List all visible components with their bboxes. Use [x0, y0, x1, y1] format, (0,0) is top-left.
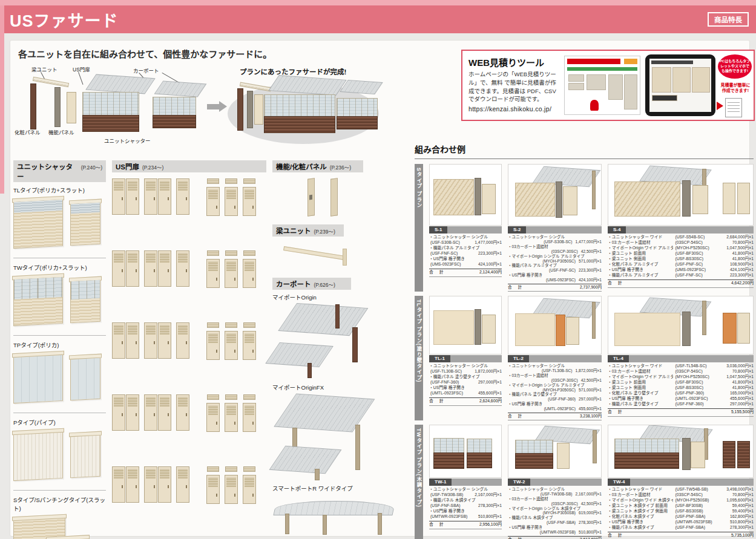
deco-panel-label: 化粧パネル [15, 128, 41, 136]
item-code: (USF-FNF-SC) [675, 273, 718, 278]
item-price: 3,498,000円×1 [721, 487, 754, 492]
post-art [315, 469, 319, 481]
item-code: (USF-TL54B-SC) [675, 364, 718, 369]
gate-door-art [243, 187, 256, 216]
price-item: 機能パネル 塗り壁タイプ(USF-FNF-360)297,000円×1 [508, 392, 602, 402]
gate-door-art [206, 403, 220, 432]
item-name: ユニットシャッター シングル [508, 235, 602, 240]
gate-group [206, 466, 256, 504]
shutter-section-header: ユニットシャッター (P.240〜) [13, 160, 106, 182]
func-panel-art [307, 178, 315, 217]
shutter-type-label: TLタイプ(ポリカ+スラット) [13, 186, 106, 194]
shutter-type-image [13, 195, 106, 255]
item-price: 510,800円×1 [579, 530, 602, 535]
gate-double-door [144, 466, 171, 503]
total-row: 合 計4,642,200円 [608, 279, 754, 286]
plan-panel-image [508, 425, 602, 478]
left-accent-strip [0, 5, 4, 194]
item-price: 297,000円×1 [721, 402, 754, 407]
price-item: 機能パネル 木調タイプ(USF-FNF-SBA)278,300円×1 [608, 525, 754, 531]
item-code-price: (UMS-0923FSC)424,100円×1 [429, 262, 502, 267]
item-name: マイポートOrigin ワイド アルミタイプ [608, 246, 673, 251]
beam-leg [343, 249, 347, 266]
gate-with-transom [225, 394, 238, 432]
price-item: ユニットシャッター シングル(USF-S30B-SC)1,477,000円×1 [508, 235, 602, 244]
item-name: マイポートOrigin ワイド 木調タイプ [608, 498, 673, 503]
item-name: 梁ユニット 前面用 [608, 380, 673, 385]
screenshot-block [608, 74, 623, 100]
price-item: US門扉 格子開き(UMS-0923FSC)424,100円×1 [508, 273, 602, 283]
item-price: 278,300円×1 [721, 525, 754, 531]
item-name: US門扉 格子開き [608, 396, 673, 402]
gate-double-door [112, 322, 139, 359]
deco-panel-art [237, 88, 243, 131]
total-label: 合 計 [508, 414, 524, 419]
func-panel-art [54, 87, 61, 127]
web-tool-url[interactable]: https://kenzai.shikoku.co.jp/ [468, 105, 551, 113]
item-code: (USF-BF30SC) [675, 251, 718, 256]
screenshot-nav-bar [567, 67, 637, 71]
item-code-price: (UMTL-0923FSC)455,600円×1 [429, 391, 502, 396]
facade-art-piece [515, 440, 553, 454]
gate-door-art [126, 466, 139, 503]
price-item: 機能パネル アルミタイプ(USF-FNF-SC)223,300円×1 [429, 246, 502, 256]
item-price: 2,684,000円×1 [721, 235, 754, 240]
gate-door-art [176, 178, 189, 215]
price-item: US門扉 格子開き(UMTL-0923FSC)455,600円×1 [429, 385, 502, 396]
web-tool-description: ホームページの「WEB見積りツール」で、無料 で簡単に見積書が作成できます。見積… [468, 70, 559, 103]
item-price: 424,100円×1 [478, 262, 502, 267]
gate-with-transom [206, 250, 220, 288]
item-code: (USF-FNF-SBA) [547, 520, 576, 525]
total-value: 2,956,100円 [479, 522, 502, 528]
plan-panel-TW-4: TW-4ユニットシャッター ワイド(USF-TW54B-SB)3,498,000… [608, 425, 754, 539]
screenshot-block [568, 74, 584, 82]
item-price: 162,800円×1 [721, 514, 754, 520]
gate-door-art [144, 466, 157, 503]
gate-group [112, 466, 189, 503]
gate-door-art [144, 394, 157, 431]
unit-shutter-label: ユニットシャッター [104, 137, 151, 144]
gate-door-art [126, 178, 139, 215]
price-item: 機能パネル 塗り壁タイプ(USF-FNF-360)297,000円×1 [608, 402, 754, 407]
deco-panel-art [330, 178, 338, 217]
item-name: 機能パネル アルミタイプ [508, 263, 602, 268]
shutter-art [70, 279, 100, 324]
item-name: ユニットシャッター シングル [508, 487, 602, 492]
total-label: 合 計 [429, 522, 445, 528]
item-name: US門扉 格子開き [608, 267, 673, 273]
item-code-price: (UMTWR-0923FSB)510,800円×1 [508, 530, 602, 535]
item-name: マイポートOrigin ワイド アルミタイプ [608, 374, 673, 380]
leader-line [78, 72, 83, 85]
shutter-top-art [337, 98, 378, 117]
gate-row [112, 388, 266, 450]
item-name: ユニットシャッター シングル [429, 364, 502, 369]
price-item: ユニットシャッター シングル(USF-TW30B-SB)2,167,000円×1 [508, 487, 602, 497]
beam-bar [283, 246, 345, 260]
item-name: 03カーポート連結材 [508, 373, 602, 378]
item-name: ユニットシャッター シングル [508, 364, 602, 368]
gate-door-art [176, 322, 189, 359]
tablet-block [652, 95, 677, 101]
gate-door-art [243, 331, 256, 360]
gate-group [112, 178, 189, 215]
total-value: 5,155,500円 [731, 410, 754, 415]
beam-image [272, 237, 398, 278]
item-price: 223,300円×1 [721, 273, 754, 278]
total-value: 3,238,100円 [580, 414, 602, 419]
facade-art-piece [515, 313, 555, 345]
item-price: 42,500円×1 [581, 249, 602, 254]
item-code-price: (03SCP-30SC)42,500円×1 [508, 378, 602, 383]
feature-badge: 商品特長 [708, 12, 749, 27]
item-price: 165,000円×1 [721, 391, 754, 396]
item-price: 108,900円×1 [721, 262, 754, 267]
shutter-bottom-art [337, 116, 378, 129]
shutter-top-art [264, 94, 335, 117]
facade-art-piece [702, 301, 706, 335]
gate-door-art [176, 250, 189, 287]
item-name: 03:カーポート連結材 [608, 492, 673, 498]
web-tool-title: WEB見積りツール [468, 56, 544, 68]
price-item: 03:カーポート連結材(03SCP-54SC)70,800円×1 [608, 492, 754, 498]
carport-roof-art [154, 80, 207, 97]
func-panel-label: 機能パネル [48, 128, 74, 136]
plan-row-side-label: TLタイプ プラン(塗り壁タイプ) [415, 296, 423, 420]
